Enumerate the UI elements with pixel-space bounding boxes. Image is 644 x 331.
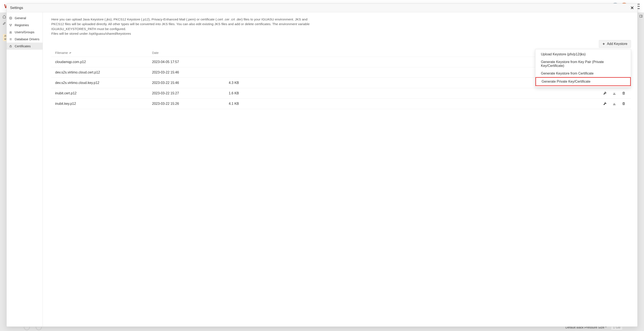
plus-icon: + [602,42,605,46]
modal-header: Settings ✕ [6,4,638,12]
svg-rect-0 [640,15,642,18]
cell-date: 2023-03-22 15:46 [152,81,229,85]
col-header-filename[interactable]: Filename ▴▾ [55,51,152,54]
dropdown-item[interactable]: Generate Keystore from Key Pair (Private… [536,58,631,70]
trash-icon[interactable] [622,92,626,95]
home-icon[interactable] [2,15,6,18]
download-icon[interactable] [612,102,616,106]
sidebar-item-users-groups[interactable]: Users/Groups [6,28,42,36]
modal-body: GeneralRegistriesUsers/GroupsDatabase Dr… [6,12,638,326]
cell-actions [261,92,627,95]
wrench-icon[interactable] [603,102,607,106]
cell-filename: dev.s2s.virtimo.cloud.key.p12 [55,81,152,85]
cell-size: 4.3 KB [229,81,261,85]
col-header-size [229,51,261,54]
gear-icon [9,16,12,20]
cell-date: 2023-03-22 15:26 [152,102,229,106]
add-keystore-button[interactable]: + Add Keystore [599,40,631,48]
svg-point-3 [10,24,10,25]
trash-icon[interactable] [622,102,626,106]
cell-date: 2023-03-22 15:27 [152,92,229,95]
cell-filename: cloudamqp.com.p12 [55,60,152,64]
svg-point-7 [11,31,12,32]
sort-icon: ▴▾ [69,51,71,54]
cell-filename: dev.s2s.virtimo.cloud.cert.p12 [55,70,152,74]
description-text: Here you can upload Java Keystore (.jks)… [51,17,313,36]
dropdown-item[interactable]: Generate Keystore from Certificate [536,70,631,77]
sidebar-item-label: Registries [15,23,29,27]
svg-point-5 [10,26,11,26]
add-keystore-dropdown: Upload Keystore (pfx/p12/jks)Generate Ke… [535,49,631,87]
col-header-date[interactable]: Date [152,51,229,54]
svg-point-2 [10,18,11,18]
lock-icon [9,45,12,48]
cell-date: 2023-03-22 15:46 [152,70,229,74]
close-icon[interactable]: ✕ [630,6,634,10]
cell-actions [261,102,627,106]
branch-icon [9,24,12,26]
cell-size: 1.6 KB [229,92,261,95]
sidebar-item-label: General [15,16,26,20]
panel-icon[interactable] [639,14,643,18]
sidebar-item-label: Users/Groups [15,30,34,34]
cell-size: 4.1 KB [229,102,261,106]
svg-rect-11 [10,46,12,47]
cell-filename: inubit.cert.p12 [55,92,152,95]
dropdown-item[interactable]: Generate Private Key/Certificate [536,77,631,86]
settings-modal: Settings ✕ GeneralRegistriesUsers/Groups… [6,4,638,327]
toolbar: + Add Keystore Upload Keystore (pfx/p12/… [51,40,631,48]
sidebar-item-label: Database Drivers [15,37,40,41]
settings-sidebar: GeneralRegistriesUsers/GroupsDatabase Dr… [6,12,43,326]
db-icon [9,38,12,41]
cell-filename: inubit.key.p12 [55,102,152,106]
wrench-icon[interactable] [603,92,607,95]
sidebar-item-label: Certificates [15,44,31,48]
cell-date: 2023-04-05 17:57 [152,60,229,64]
download-icon[interactable] [612,92,616,95]
table-row: inubit.cert.p122023-03-22 15:271.6 KB [51,88,631,98]
edit-icon[interactable] [2,22,6,25]
sidebar-item-certificates[interactable]: Certificates [6,42,42,50]
users-icon [9,31,12,34]
sidebar-item-database-drivers[interactable]: Database Drivers [6,36,42,42]
svg-point-4 [11,24,12,25]
svg-point-6 [10,31,11,32]
table-row: inubit.key.p122023-03-22 15:264.1 KB [51,98,631,109]
sidebar-item-general[interactable]: General [6,14,42,22]
modal-title: Settings [10,6,23,10]
settings-main: Here you can upload Java Keystore (.jks)… [43,12,638,326]
add-keystore-label: Add Keystore [607,42,628,46]
sidebar-item-registries[interactable]: Registries [6,22,42,28]
dropdown-item[interactable]: Upload Keystore (pfx/p12/jks) [536,50,631,58]
